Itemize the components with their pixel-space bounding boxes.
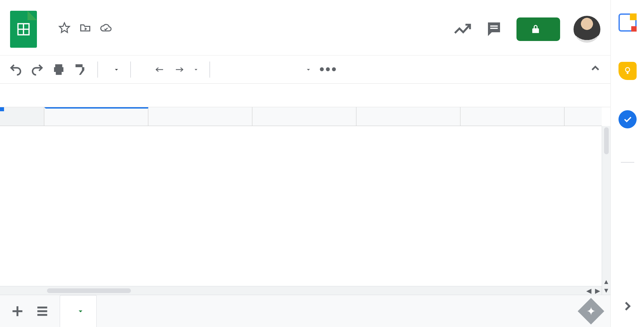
paint-format-icon[interactable] <box>73 63 87 77</box>
zoom-select[interactable] <box>108 66 120 73</box>
calendar-addon-icon[interactable] <box>618 13 637 32</box>
side-panel <box>610 0 644 327</box>
hscroll-thumb[interactable] <box>47 288 131 293</box>
horizontal-scrollbar[interactable]: ◀ ▶ <box>0 286 602 295</box>
vscroll-down-icon[interactable]: ▼ <box>602 286 611 295</box>
svg-point-11 <box>625 68 630 72</box>
col-header-E[interactable] <box>460 107 564 126</box>
sheet-tab-active[interactable] <box>60 295 97 327</box>
decrease-decimal-button[interactable] <box>156 67 166 72</box>
account-avatar[interactable] <box>574 16 600 43</box>
share-button[interactable] <box>516 17 560 41</box>
sheets-logo[interactable] <box>10 11 37 48</box>
svg-rect-12 <box>627 72 628 74</box>
increase-decimal-button[interactable] <box>173 67 183 72</box>
select-all-corner[interactable] <box>0 107 44 126</box>
explore-button[interactable]: ✦ <box>578 298 604 324</box>
redo-icon[interactable] <box>30 63 44 77</box>
cloud-status-icon[interactable] <box>99 21 113 35</box>
font-dropdown-icon[interactable] <box>305 66 312 73</box>
print-icon[interactable] <box>52 63 66 77</box>
collapse-toolbar-icon[interactable] <box>589 62 602 77</box>
col-header-A[interactable] <box>44 107 148 126</box>
undo-icon[interactable] <box>9 63 23 77</box>
hide-sidepanel-icon[interactable] <box>620 299 635 314</box>
titlebar <box>0 0 610 55</box>
vscroll-thumb[interactable] <box>604 127 609 154</box>
vscroll-up-icon[interactable]: ▲ <box>602 277 611 286</box>
svg-rect-5 <box>490 28 498 29</box>
keep-addon-icon[interactable] <box>618 62 637 80</box>
svg-marker-3 <box>59 23 69 33</box>
add-sheet-icon[interactable] <box>10 304 25 319</box>
spreadsheet-grid[interactable]: ▲ ▼ ◀ ▶ <box>0 107 610 295</box>
col-header-D[interactable] <box>356 107 460 126</box>
col-header-C[interactable] <box>252 107 356 126</box>
move-folder-icon[interactable] <box>79 21 92 35</box>
hscroll-right-icon[interactable]: ▶ <box>593 286 602 295</box>
side-divider <box>621 162 634 163</box>
formula-bar <box>0 84 610 107</box>
sheet-tab-bar: ✦ <box>0 295 610 327</box>
toolbar-more-icon[interactable]: ••• <box>319 62 338 77</box>
vertical-scrollbar[interactable]: ▲ ▼ <box>602 126 610 295</box>
col-header-B[interactable] <box>148 107 252 126</box>
hscroll-left-icon[interactable]: ◀ <box>584 286 593 295</box>
tasks-addon-icon[interactable] <box>618 110 637 128</box>
number-format-button[interactable] <box>191 66 199 73</box>
activity-icon[interactable] <box>453 20 472 38</box>
star-icon[interactable] <box>58 21 71 35</box>
all-sheets-icon[interactable] <box>35 304 50 319</box>
toolbar: ••• <box>0 55 610 84</box>
svg-rect-4 <box>490 26 498 27</box>
comments-icon[interactable] <box>485 20 503 38</box>
